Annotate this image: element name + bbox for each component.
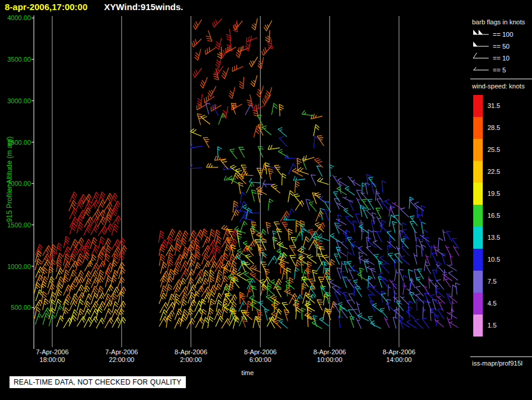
wind-barb — [35, 313, 42, 325]
wind-barb — [105, 285, 113, 296]
wind-barb — [410, 221, 415, 232]
wind-barb — [77, 223, 83, 234]
y-tick-label: 3000.00 — [7, 97, 31, 104]
wind-barb — [246, 182, 254, 193]
y-tick-label: 1500.00 — [7, 221, 31, 228]
wind-barb — [386, 302, 395, 312]
wind-barb — [258, 147, 264, 157]
wind-barb — [355, 287, 362, 297]
wind-barb — [350, 316, 354, 328]
wind-barb — [64, 285, 71, 296]
wind-barb — [393, 317, 398, 328]
speed-scale-segment — [473, 271, 483, 293]
wind-barb — [208, 316, 214, 328]
wind-barb — [417, 299, 421, 311]
speed-scale-label: 1.5 — [487, 322, 496, 329]
wind-barb — [96, 318, 104, 329]
wind-barb — [312, 270, 318, 282]
y-tick-label: 500.00 — [11, 304, 31, 311]
wind-barb — [247, 94, 252, 106]
wind-barb — [400, 256, 410, 265]
wind-barb — [387, 241, 396, 249]
wind-barb — [221, 276, 228, 287]
wind-barb — [91, 245, 99, 256]
wind-barb — [175, 309, 182, 320]
wind-barb — [62, 307, 69, 319]
wind-barb — [337, 186, 347, 195]
wind-barb — [303, 237, 309, 248]
wind-barb — [423, 300, 428, 312]
wind-barb — [261, 284, 267, 296]
wind-barb — [291, 237, 297, 248]
wind-barb — [243, 215, 255, 221]
wind-barb — [416, 277, 424, 287]
wind-barb — [334, 192, 340, 202]
wind-barb — [204, 96, 214, 103]
wind-barb — [233, 21, 242, 30]
wind-barb — [232, 209, 239, 220]
wind-barb — [91, 224, 99, 235]
wind-barb — [355, 214, 360, 224]
legend-barb-label: == 10 — [493, 55, 509, 62]
speed-scale-label: 10.5 — [487, 256, 500, 263]
wind-barb — [322, 255, 330, 265]
wind-barb — [216, 236, 221, 248]
wind-barb — [376, 192, 382, 202]
wind-barb — [230, 149, 237, 159]
wind-barb — [118, 252, 125, 264]
x-tick-date: 7-Apr-2006 — [36, 348, 68, 355]
wind-barb — [384, 317, 390, 328]
barb-flag-legend: == 100== 50== 10== 5 — [473, 30, 513, 74]
wind-barb — [271, 303, 280, 313]
wind-barb — [77, 309, 84, 320]
wind-barb — [341, 261, 344, 273]
wind-barb — [232, 65, 243, 71]
wind-barb — [36, 290, 43, 301]
wind-barb — [188, 284, 196, 295]
wind-barb — [332, 285, 340, 295]
x-tick-labels: 7-Apr-200618:00:007-Apr-200622:00:008-Ap… — [36, 348, 415, 363]
wind-barb — [98, 226, 106, 236]
wind-barb — [90, 271, 98, 281]
wind-barb — [366, 209, 375, 218]
wind-barb — [166, 245, 175, 256]
wind-barb — [96, 307, 103, 319]
legend-barb-label: == 5 — [493, 66, 506, 74]
wind-barb — [288, 209, 294, 220]
wind-barbs — [34, 18, 460, 329]
titlebar: 8-apr-2006,17:00:00XYWind:915winds. — [5, 2, 183, 12]
wind-barb — [264, 309, 269, 320]
wind-barb — [229, 87, 235, 99]
wind-barb — [186, 309, 194, 320]
wind-barb — [309, 202, 316, 212]
wind-barb — [277, 242, 287, 249]
wind-barb — [427, 300, 431, 311]
wind-barb — [77, 215, 83, 227]
wind-barb — [368, 230, 372, 242]
legend-barb-label: == 50 — [493, 43, 509, 50]
y-axis-title: 915 Profiler Altitude (m agl) — [5, 136, 14, 223]
wind-barb — [266, 223, 271, 234]
x-tick-date: 8-Apr-2006 — [244, 348, 277, 355]
speed-legend-title: wind-speed: knots — [472, 82, 525, 90]
wind-barb — [452, 239, 459, 249]
wind-barb — [191, 164, 202, 169]
wind-barb — [422, 318, 429, 328]
wind-barb — [64, 236, 69, 248]
wind-barb — [240, 221, 247, 233]
wind-barb — [312, 320, 322, 329]
wind-barb — [69, 300, 77, 311]
speed-scale-segment — [473, 161, 483, 183]
wind-barb — [166, 316, 172, 328]
wind-barb — [48, 266, 53, 278]
wind-barb — [337, 268, 341, 279]
wind-barb — [346, 216, 354, 226]
wind-barb — [50, 300, 55, 312]
wind-barb — [83, 252, 90, 264]
wind-barb — [346, 230, 350, 242]
wind-barb — [69, 253, 75, 265]
wind-barb — [180, 315, 186, 326]
wind-barb — [311, 114, 322, 119]
wind-barb — [112, 215, 121, 226]
wind-barb — [209, 229, 215, 241]
